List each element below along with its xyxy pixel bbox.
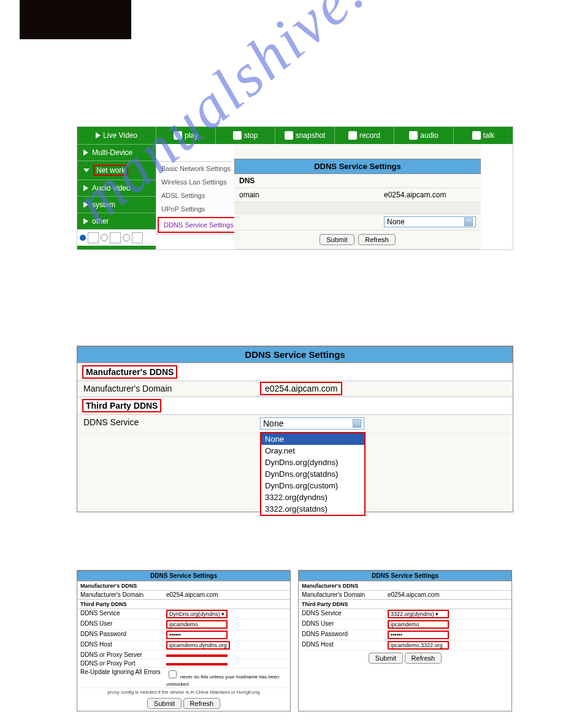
dropdown-option-statdns[interactable]: DynDns.org(statdns) [261, 468, 364, 480]
dropdown-option-none[interactable]: None [261, 433, 364, 445]
snapshot-button[interactable]: snapshot [275, 127, 335, 144]
dropdown-option-3322-statdns[interactable]: 3322.org(statdns) [261, 503, 364, 515]
ddns-service-select[interactable]: None [384, 216, 476, 227]
ddns-service-select[interactable]: None [260, 417, 364, 430]
play-icon [96, 132, 101, 138]
dropdown-option-3322-dyndns[interactable]: 3322.org(dyndns) [261, 491, 364, 503]
manufacturer-domain-label: Manufacturer's Domain [302, 591, 388, 598]
sidebar-label: system [92, 200, 115, 209]
view-selector [77, 229, 156, 246]
proxy-note: proxy config is needed if the device is … [77, 688, 290, 696]
view-circle2-icon[interactable] [123, 234, 130, 241]
ddns-service-select[interactable]: DynDns.org(dyndns) ▾ [166, 610, 228, 618]
ddns-password-input[interactable]: •••••• [166, 631, 228, 639]
sidebar-item-multi-device[interactable]: Multi-Device [77, 144, 156, 161]
play-label: play [185, 131, 198, 140]
live-video-button[interactable]: Live Video [77, 127, 156, 144]
ddns-password-label: DDNS Password [80, 631, 166, 639]
stop-button[interactable]: stop [216, 127, 275, 144]
manufacturer-domain-label: Manufacturer's Domain [83, 384, 260, 393]
chevron-down-icon: ▾ [221, 611, 224, 617]
submit-button[interactable]: Submit [369, 653, 403, 664]
manufacturer-domain-value: e0254.aipcam.com [388, 591, 508, 598]
toolbar: Live Video play stop snapshot record aud… [77, 127, 513, 144]
ddns-settings-examples: DDNS Service Settings Manufacturer's DDN… [77, 570, 512, 711]
audio-button[interactable]: audio [394, 127, 454, 144]
ddns-user-label: DDNS User [302, 620, 388, 629]
refresh-button[interactable]: Refresh [358, 234, 396, 245]
dropdown-option-custom[interactable]: DynDns.org(custom) [261, 480, 364, 491]
ddns-host-input[interactable]: ipcamdemo.dyndns.org [166, 641, 230, 650]
record-button[interactable]: record [335, 127, 394, 144]
arrow-icon [83, 218, 88, 224]
select-value: None [263, 419, 283, 428]
sidebar-label: Audio video [92, 184, 131, 192]
stop-label: stop [244, 131, 258, 140]
manufacturer-ddns-header: Manufacturer's DDNS [77, 363, 513, 381]
ddns-user-input[interactable]: ipcamdemo [166, 620, 228, 629]
manufacturer-domain-value: e0254.aipcam.com [260, 382, 342, 395]
select-value: None [387, 218, 405, 226]
view-circle-icon[interactable] [101, 234, 108, 241]
chevron-down-icon [464, 218, 473, 226]
ddns-dyndns-example: DDNS Service Settings Manufacturer's DDN… [77, 570, 291, 711]
black-header-box [20, 0, 131, 39]
play-icon [174, 131, 182, 140]
ddns-user-input[interactable]: ipcamdemo [388, 620, 449, 629]
submit-button[interactable]: Submit [320, 234, 354, 245]
ddns-host-label: DDNS Host [302, 641, 388, 650]
ddns-user-label: DDNS User [80, 620, 166, 629]
section-header: DNS [234, 174, 379, 188]
dropdown-option-dyndns[interactable]: DynDns.org(dyndns) [261, 457, 364, 468]
proxy-port-input[interactable] [166, 663, 228, 665]
ddns-service-label: DDNS Service [80, 610, 166, 618]
reupdate-checkbox[interactable] [169, 670, 177, 678]
ddns-host-input[interactable]: ipcamdemo.3322.org [388, 641, 449, 650]
ddns-settings-screenshot-1: Live Video play stop snapshot record aud… [77, 126, 513, 250]
domain-value: e0254.aipcam.com [379, 188, 481, 202]
play-button[interactable]: play [156, 127, 216, 144]
ddns-service-label: DDNS Service [83, 417, 260, 430]
refresh-button[interactable]: Refresh [183, 698, 221, 709]
view-grid2-icon[interactable] [110, 232, 121, 243]
record-label: record [359, 131, 380, 140]
ddns-password-input[interactable]: •••••• [388, 631, 449, 639]
dropdown-option-oray[interactable]: Oray.net [261, 445, 364, 457]
view-dot-icon[interactable] [80, 235, 86, 241]
sidebar-item-network[interactable]: Net work [77, 161, 156, 180]
domain-label: omain [234, 188, 379, 202]
refresh-button[interactable]: Refresh [405, 653, 442, 664]
chevron-down-icon [353, 419, 361, 428]
proxy-server-label: DDNS or Proxy Server [80, 651, 166, 658]
audio-icon [409, 131, 418, 140]
chevron-down-icon [83, 169, 90, 172]
camera-icon [285, 131, 293, 140]
proxy-server-input[interactable] [166, 654, 228, 657]
view-single-icon[interactable] [88, 232, 99, 243]
manufacturer-ddns-header: Manufacturer's DDNS [299, 581, 511, 591]
sidebar-item-audio-video[interactable]: Audio video [77, 180, 156, 196]
sidebar: Multi-Device Net work Audio video system… [77, 144, 156, 249]
ddns-service-label: DDNS Service [302, 610, 388, 618]
talk-icon [472, 131, 481, 140]
view-grid3-icon[interactable] [132, 232, 143, 243]
ddns-service-select[interactable]: 3322.org(dyndns) ▾ [388, 610, 449, 618]
live-video-label: Live Video [103, 131, 137, 140]
third-party-ddns-header: Third Party DDNS [77, 396, 513, 415]
audio-label: audio [420, 131, 438, 140]
sidebar-label: other [92, 217, 109, 226]
ddns-3322-example: DDNS Service Settings Manufacturer's DDN… [298, 570, 512, 711]
stop-icon [233, 131, 242, 140]
submit-button[interactable]: Submit [147, 698, 182, 709]
ddns-host-label: DDNS Host [80, 641, 166, 650]
snapshot-label: snapshot [296, 131, 326, 140]
third-party-ddns-header: Third Party DDNS [299, 599, 511, 609]
ddns-settings-screenshot-2: DDNS Service Settings Manufacturer's DDN… [77, 346, 513, 512]
sidebar-item-other[interactable]: other [77, 213, 156, 229]
reupdate-note: never do this unless your hostname has b… [166, 674, 279, 687]
sidebar-item-system[interactable]: system [77, 196, 156, 213]
third-party-ddns-header: Third Party DDNS [77, 599, 290, 609]
arrow-icon [83, 185, 88, 191]
talk-button[interactable]: talk [454, 127, 513, 144]
arrow-icon [83, 150, 88, 156]
